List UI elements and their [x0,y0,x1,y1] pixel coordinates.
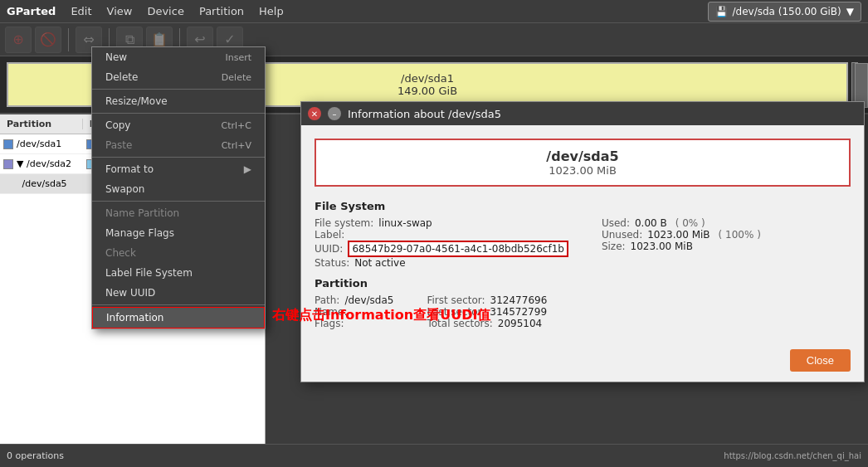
chevron-down-icon: ▼ [846,6,854,17]
ctx-sep4 [92,201,265,202]
dialog-minimize-icon[interactable]: – [328,107,341,120]
dialog-footer: Close [301,343,864,382]
ctx-information-label: Information [106,312,163,323]
ctx-information[interactable]: Information [92,307,265,328]
unused-pct: ( 100% ) [719,229,761,241]
ctx-delete[interactable]: Delete Delete [92,67,265,87]
fs-section-title: File System [315,200,851,212]
operations-count: 0 operations [7,450,64,461]
first-sector-value: 312477696 [490,294,548,306]
dialog-titlebar: ✕ – Information about /dev/sda5 [301,102,864,125]
used-label: Used: [602,217,630,229]
uuid-label: UUID: [315,243,343,255]
device-label: /dev/sda (150.00 GiB) [733,6,841,17]
delete-btn[interactable]: 🚫 [35,27,61,53]
ctx-new[interactable]: New Insert [92,47,265,67]
first-sector-row: First sector: 312477696 [427,294,547,306]
ctx-sep2 [92,113,265,114]
header-partition: Partition [0,119,83,129]
partition-section-title: Partition [315,277,851,289]
path-value: /dev/sda5 [344,294,393,306]
status-row: Status: Not active [315,257,568,269]
statusbar-url: https://blog.csdn.net/chen_qi_hai [724,451,861,460]
size-row: Size: 1023.00 MiB [602,241,761,252]
device-name: /dev/sda5 [324,148,841,164]
ctx-resize[interactable]: Resize/Move [92,91,265,111]
size-label: Size: [602,241,626,252]
ctx-copy[interactable]: Copy Ctrl+C [92,115,265,135]
menu-edit[interactable]: Edit [64,3,98,19]
disk-partition-size: 149.00 GiB [397,85,457,97]
ctx-sep1 [92,89,265,90]
used-pct: ( 0% ) [675,217,705,229]
fs-row: File system: linux-swap [315,217,568,229]
ctx-sep5 [92,304,265,305]
label-row: Label: [315,229,568,241]
ctx-label-fs[interactable]: Label File System [92,263,265,283]
dialog-title: Information about /dev/sda5 [348,108,501,120]
unused-value: 1023.00 MiB [647,229,710,241]
menubar: GParted Edit View Device Partition Help … [0,0,868,23]
ctx-swapon[interactable]: Swapon [92,179,265,199]
label-label: Label: [315,229,344,241]
context-menu: New Insert Delete Delete Resize/Move Cop… [91,46,266,329]
last-sector-value: 314572799 [490,306,547,318]
ctx-new-uuid[interactable]: New UUID [92,283,265,303]
path-row: Path: /dev/sda5 [315,294,393,306]
ctx-check[interactable]: Check [92,243,265,263]
fs-color-ext [3,159,13,169]
disk-partition-name: /dev/sda1 [401,72,454,85]
used-value: 0.00 B [635,217,667,229]
ctx-sep3 [92,157,265,158]
ctx-format[interactable]: Format to ▶ [92,159,265,179]
fs-left: File system: linux-swap Label: UUID: 685… [315,217,568,269]
size-value: 1023.00 MiB [631,241,693,252]
fs-right: Used: 0.00 B ( 0% ) Unused: 1023.00 MiB … [602,217,761,269]
unused-row: Unused: 1023.00 MiB ( 100% ) [602,229,761,241]
row-partition-name: /dev/sda5 [10,178,90,189]
menu-view[interactable]: View [100,3,139,19]
uuid-row: UUID: 68547b29-07a0-4561-a4c1-08bdb526cf… [315,241,568,257]
new-partition-btn[interactable]: ⊕ [5,27,32,53]
fs-color-ext4 [3,139,13,149]
device-icon: 💾 [715,6,728,17]
dialog-close-icon[interactable]: ✕ [308,107,321,120]
used-row: Used: 0.00 B ( 0% ) [602,217,761,229]
statusbar: 0 operations https://blog.csdn.net/chen_… [0,444,868,467]
path-label: Path: [315,294,339,306]
close-button[interactable]: Close [790,349,851,372]
menu-device[interactable]: Device [140,3,190,19]
menu-help[interactable]: Help [252,3,290,19]
ctx-paste[interactable]: Paste Ctrl+V [92,135,265,155]
total-sectors-value: 2095104 [498,318,542,329]
device-size: 1023.00 MiB [324,164,841,177]
ctx-name-partition[interactable]: Name Partition [92,203,265,223]
sep1 [68,28,69,51]
device-header: /dev/sda5 1023.00 MiB [315,139,851,187]
row-partition-name: /dev/sda1 [0,139,83,149]
ctx-manage-flags[interactable]: Manage Flags [92,223,265,243]
fs-label: File system: [315,217,373,229]
menu-partition[interactable]: Partition [193,3,251,19]
status-label: Status: [315,257,349,269]
info-dialog: ✕ – Information about /dev/sda5 /dev/sda… [300,101,865,382]
status-value: Not active [354,257,405,269]
uuid-value: 68547b29-07a0-4561-a4c1-08bdb526cf1b [348,241,568,257]
first-sector-label: First sector: [427,294,485,306]
row-partition-name: ▼ /dev/sda2 [0,158,83,169]
annotation-text: 右键点击Information查看UUDI值 [272,307,490,324]
device-selector[interactable]: 💾 /dev/sda (150.00 GiB) ▼ [708,2,862,22]
app-title: GParted [7,5,56,17]
unused-label: Unused: [602,229,642,241]
fs-value: linux-swap [378,217,432,229]
